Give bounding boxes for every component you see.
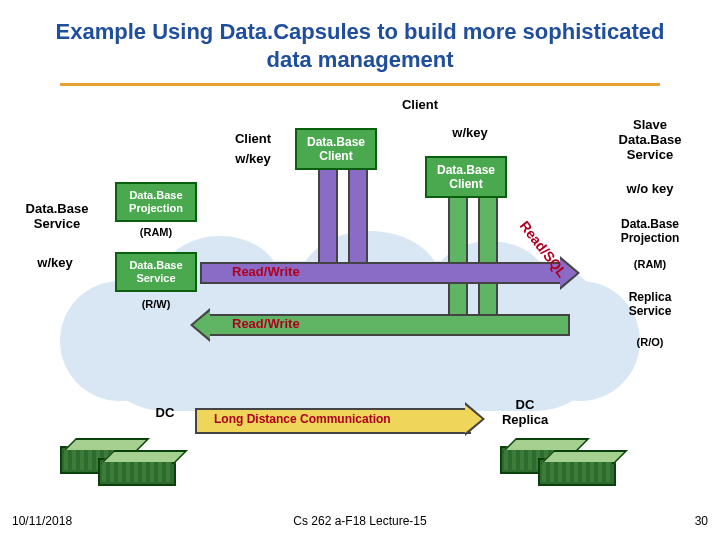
box-db-client-mid: Data.Base Client (295, 128, 377, 170)
container-icon (98, 458, 176, 486)
label-db-service-left: Data.Base Service (12, 202, 102, 232)
box-db-projection-left: Data.Base Projection (115, 182, 197, 222)
label-ram: (RAM) (126, 226, 186, 239)
label-rw-mode: (R/W) (126, 298, 186, 311)
box-db-service: Data.Base Service (115, 252, 197, 292)
label-ram-right: (RAM) (625, 258, 675, 271)
label-read-write-2: Read/Write (232, 316, 300, 331)
label-wkey-far-left: w/key (20, 256, 90, 271)
footer-page-number: 30 (695, 514, 708, 528)
arrow-shaft (448, 198, 468, 316)
label-read-write-1: Read/Write (232, 264, 300, 279)
label-client-left: Client (223, 132, 283, 147)
label-dc-replica: DC Replica (490, 398, 560, 428)
arrow-shaft (478, 198, 498, 316)
diagram-canvas: Client Client w/key Data.Base Client w/k… (0, 86, 720, 506)
label-wkey-left: w/key (223, 152, 283, 167)
footer-lecture: Cs 262 a-F18 Lecture-15 (293, 514, 426, 528)
box-db-client-right: Data.Base Client (425, 156, 507, 198)
arrow-shaft (318, 170, 338, 264)
arrow-shaft (348, 170, 368, 264)
label-replica-service: Replica Service (615, 291, 685, 319)
label-long-distance: Long Distance Communication (214, 412, 391, 426)
label-client-top: Client (380, 98, 460, 113)
label-dc: DC (145, 406, 185, 421)
slide-title: Example Using Data.Capsules to build mor… (0, 0, 720, 79)
label-wo-key: w/o key (605, 182, 695, 197)
label-slave-service: Slave Data.Base Service (605, 118, 695, 163)
container-icon (538, 458, 616, 486)
footer-date: 10/11/2018 (12, 514, 72, 528)
label-db-projection-right: Data.Base Projection (605, 218, 695, 246)
label-ro-mode: (R/O) (625, 336, 675, 349)
label-wkey-top-right: w/key (440, 126, 500, 141)
